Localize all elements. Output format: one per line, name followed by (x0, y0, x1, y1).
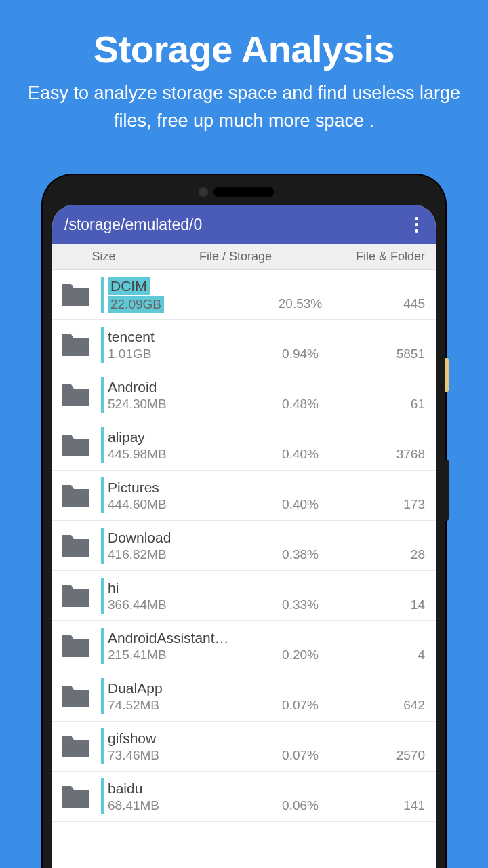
file-count: 14 (371, 597, 425, 614)
file-percent: 0.40% (230, 497, 371, 513)
file-count: 141 (371, 798, 425, 814)
file-count: 642 (371, 698, 425, 714)
size-bar-indicator (101, 277, 104, 313)
file-percent: 0.07% (230, 698, 371, 714)
file-info: tencent1.01GB (108, 329, 230, 361)
size-bar-indicator (101, 477, 104, 513)
size-bar-indicator (101, 778, 104, 814)
file-row[interactable]: Pictures444.60MB0.40%173 (52, 471, 436, 521)
file-info: Pictures444.60MB (108, 479, 230, 512)
file-percent: 0.40% (230, 447, 371, 463)
folder-icon (59, 783, 92, 810)
file-row[interactable]: AndroidAssistant_appbackup215.41MB0.20%4 (52, 621, 436, 671)
file-info: AndroidAssistant_appbackup215.41MB (108, 630, 230, 663)
folder-icon (59, 281, 92, 309)
column-header-storage[interactable]: File / Storage (144, 250, 327, 264)
folder-icon (59, 382, 92, 409)
path-title: /storage/emulated/0 (64, 216, 202, 234)
file-row[interactable]: hi366.44MB0.33%14 (52, 571, 436, 621)
file-count: 28 (371, 547, 425, 564)
file-count: 445 (371, 296, 425, 313)
file-name: tencent (108, 329, 230, 345)
folder-icon (59, 482, 92, 509)
file-count: 2570 (371, 748, 425, 764)
file-size: 445.98MB (108, 447, 230, 462)
file-row[interactable]: alipay445.98MB0.40%3768 (52, 420, 436, 471)
folder-icon (59, 332, 92, 359)
file-count: 5851 (371, 347, 425, 363)
file-count: 173 (371, 497, 425, 513)
file-row[interactable]: gifshow73.46MB0.07%2570 (52, 722, 436, 772)
size-bar-indicator (101, 628, 104, 664)
file-name: gifshow (108, 730, 230, 747)
file-percent: 20.53% (230, 296, 371, 313)
file-info: gifshow73.46MB (108, 730, 230, 763)
size-bar-indicator (101, 728, 104, 764)
file-size: 366.44MB (108, 597, 230, 612)
phone-notch (214, 187, 274, 197)
size-bar-indicator (101, 578, 104, 614)
file-info: hi366.44MB (108, 580, 230, 612)
folder-icon (59, 583, 92, 610)
file-size: 68.41MB (108, 798, 230, 813)
file-info: alipay445.98MB (108, 429, 230, 462)
file-name: Pictures (108, 479, 230, 496)
dot-icon (415, 217, 418, 220)
file-percent: 0.94% (230, 347, 371, 363)
file-percent: 0.06% (230, 798, 371, 814)
file-info: Download416.82MB (108, 530, 230, 562)
file-count: 3768 (371, 447, 425, 463)
file-count: 4 (371, 648, 425, 664)
file-percent: 0.48% (230, 397, 371, 413)
promo-subtitle: Easy to analyze storage space and find u… (0, 71, 488, 134)
file-info: DualApp74.52MB (108, 680, 230, 713)
column-header-size[interactable]: Size (63, 250, 144, 264)
file-percent: 0.33% (230, 597, 371, 614)
file-percent: 0.38% (230, 547, 371, 564)
app-bar: /storage/emulated/0 (52, 205, 436, 244)
file-list: DCIM22.09GB20.53%445tencent1.01GB0.94%58… (52, 270, 436, 822)
phone-side-button (445, 358, 449, 392)
file-name: Android (108, 379, 230, 395)
file-row[interactable]: DualApp74.52MB0.07%642 (52, 671, 436, 722)
file-info: baidu68.41MB (108, 781, 230, 813)
file-name: Download (108, 530, 230, 546)
file-size: 1.01GB (108, 347, 230, 361)
file-row[interactable]: DCIM22.09GB20.53%445 (52, 270, 436, 320)
file-name: baidu (108, 781, 230, 797)
phone-side-button (445, 460, 449, 521)
file-row[interactable]: Android524.30MB0.48%61 (52, 370, 436, 420)
folder-icon (59, 633, 92, 660)
phone-frame: /storage/emulated/0 Size File / Storage … (43, 175, 445, 868)
size-bar-indicator (101, 327, 104, 363)
file-row[interactable]: tencent1.01GB0.94%5851 (52, 320, 436, 370)
size-bar-indicator (101, 678, 104, 714)
file-name: DualApp (108, 680, 230, 696)
file-count: 61 (371, 397, 425, 413)
size-bar-indicator (101, 377, 104, 413)
folder-icon (59, 532, 92, 559)
file-size: 524.30MB (108, 397, 230, 412)
file-info: Android524.30MB (108, 379, 230, 412)
dot-icon (415, 223, 418, 226)
file-size: 74.52MB (108, 698, 230, 713)
size-bar-indicator (101, 528, 104, 564)
column-header-folder[interactable]: File & Folder (327, 250, 425, 264)
file-row[interactable]: baidu68.41MB0.06%141 (52, 772, 436, 822)
file-size: 215.41MB (108, 648, 230, 663)
folder-icon (59, 432, 92, 459)
dot-icon (415, 229, 418, 233)
overflow-menu-button[interactable] (409, 212, 424, 238)
file-info: DCIM22.09GB (108, 277, 230, 313)
folder-icon (59, 733, 92, 760)
file-percent: 0.07% (230, 748, 371, 764)
file-name: hi (108, 580, 230, 596)
promo-title: Storage Analysis (0, 0, 488, 71)
file-percent: 0.20% (230, 648, 371, 664)
file-name: AndroidAssistant_appbackup (108, 630, 230, 646)
phone-screen: /storage/emulated/0 Size File / Storage … (52, 205, 436, 868)
size-bar-indicator (101, 427, 104, 463)
file-name: alipay (108, 429, 230, 446)
file-row[interactable]: Download416.82MB0.38%28 (52, 521, 436, 571)
file-name: DCIM (108, 277, 150, 295)
